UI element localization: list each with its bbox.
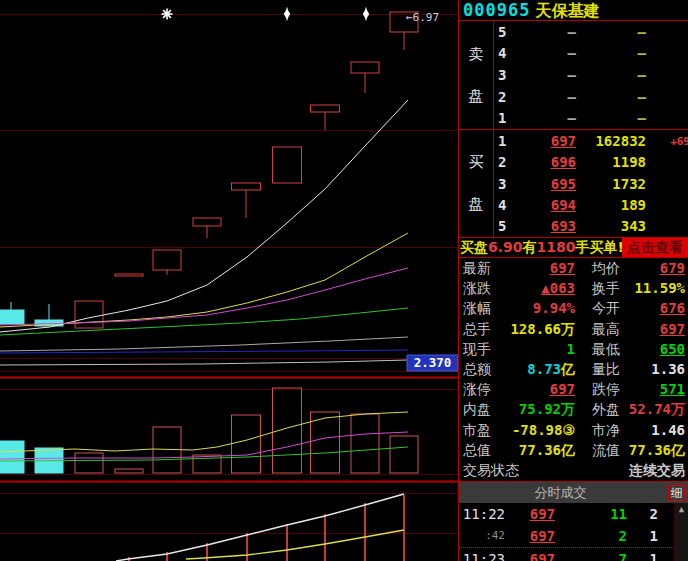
stat-value: 1 [567,340,575,359]
bid-volume-delta: +69 [670,134,688,147]
tape-row[interactable]: :4269721 [459,525,674,547]
ask-price[interactable]: — [568,110,576,126]
bid-level: 2 [498,154,506,170]
tape-header-bar: 分时成交 细 [459,481,688,503]
stat-label: 外盘 [592,400,620,419]
tape-count: 2 [650,503,658,525]
stat-row: 涨幅9.94%今开676 [459,299,688,318]
scroll-up-icon[interactable]: ▲ [675,503,688,516]
stat-value: -78.98③ [512,421,575,440]
stat-label: 今开 [592,299,620,318]
stat-row: 内盘75.92万外盘52.74万 [459,400,688,419]
stat-value: 9.94% [533,299,575,318]
stat-label: 内盘 [463,400,491,419]
stat-value[interactable]: 571 [660,380,685,399]
bid-price[interactable]: 693 [551,218,576,234]
sell-book-label: 卖盘 [459,21,494,129]
stat-value[interactable]: 697 [660,320,685,339]
ask-row: 4—— [495,43,688,65]
ask-price[interactable]: — [568,67,576,83]
candles [0,12,418,328]
stat-label: 市盈 [463,421,491,440]
stat-value: 11.59% [634,279,685,298]
stat-value: 77.36亿 [519,441,575,460]
ask-level: 2 [498,89,506,105]
stat-value[interactable]: 676 [660,299,685,318]
bid-row: 1697162832+69 [495,130,688,151]
stat-value: 52.74万 [629,400,685,419]
stat-label: 跌停 [592,380,620,399]
stat-label: 流值 [592,441,620,460]
stat-row: 现手1最低650 [459,340,688,359]
stat-label: 涨停 [463,380,491,399]
tape-price: 697 [530,548,555,561]
stat-value[interactable]: 679 [660,259,685,278]
stat-value: 128.66万 [510,320,575,339]
stat-row: 交易状态连续交易 [459,461,688,480]
stat-value[interactable]: 650 [660,340,685,359]
bid-price[interactable]: 697 [551,133,576,149]
ask-volume: — [638,45,646,61]
ask-volume: — [638,110,646,126]
ask-level: 1 [498,110,506,126]
ask-price[interactable]: — [568,89,576,105]
tape-rows: 11:22697112:426972111:2369771 [459,503,674,561]
tape-count: 1 [650,525,658,547]
stat-label: 总额 [463,360,491,379]
ask-level: 3 [498,67,506,83]
bid-row: 36951732 [495,173,688,194]
buy-label-char: 盘 [469,195,484,214]
high-price-annotation: ←6.97 [406,11,439,24]
tape-scrollbar[interactable]: ▲ [674,503,688,561]
ask-price[interactable]: — [568,24,576,40]
kline-chart[interactable]: ←6.972.370 [0,0,458,561]
tape-volume: 2 [619,525,627,547]
bid-price[interactable]: 696 [551,154,576,170]
buy-book-label: 买盘 [459,130,494,237]
stock-code: 000965 [459,0,530,20]
tape-price: 697 [530,503,555,525]
stat-value-suffix: 亿 [561,361,575,377]
ask-volume: — [638,89,646,105]
ask-level: 4 [498,45,506,61]
stat-value[interactable]: ▲063 [541,279,575,298]
bid-level: 3 [498,176,506,192]
ask-row: 5—— [495,21,688,43]
stat-value: 77.36亿 [629,441,685,460]
alert-segment: 买盘 [460,239,488,255]
bid-price[interactable]: 694 [551,197,576,213]
sell-book-rows: 5——4——3——2——1—— [495,21,688,129]
alert-segment: 手买单! [576,239,624,255]
stat-row: 总手128.66万最高697 [459,320,688,339]
ma-price-tag: 2.370 [407,355,458,371]
tape-row[interactable]: 11:2369771 [459,547,674,561]
tape-row[interactable]: 11:22697112 [459,503,674,525]
stat-row: 最新697均价679 [459,259,688,278]
stat-value[interactable]: 697 [550,380,575,399]
bid-volume: 343 [621,218,646,234]
ask-price[interactable]: — [568,45,576,61]
tape-detail-button[interactable]: 细 [668,485,685,501]
alert-segment: 有 [523,239,537,255]
stat-label: 总值 [463,441,491,460]
stat-row: 涨停697跌停571 [459,380,688,399]
tape-count: 1 [650,548,658,561]
big-order-alert-bar: 买盘6.90有1180手买单! 点击查看 [459,237,688,258]
sell-label-char: 盘 [469,87,484,106]
stat-label: 最低 [592,340,620,359]
tape-time: 11:22 [461,503,505,525]
bid-level: 1 [498,133,506,149]
bid-price[interactable]: 695 [551,176,576,192]
stock-name: 天保基建 [535,1,599,20]
stock-title: 000965天保基建 [459,0,688,21]
stat-value: 75.92万 [519,400,575,419]
stat-label: 量比 [592,360,620,379]
stat-label: 交易状态 [463,461,519,480]
stat-value[interactable]: 697 [550,259,575,278]
buy-order-book: 买盘 1697162832+69269611983695173246941895… [459,129,688,237]
click-to-view-button[interactable]: 点击查看 [622,238,688,257]
stat-value: 1.36 [651,360,685,379]
stat-row: 总值77.36亿流值77.36亿 [459,441,688,460]
alert-text: 买盘6.90有1180手买单! [460,239,624,255]
stat-value: 8.73亿 [527,360,575,379]
